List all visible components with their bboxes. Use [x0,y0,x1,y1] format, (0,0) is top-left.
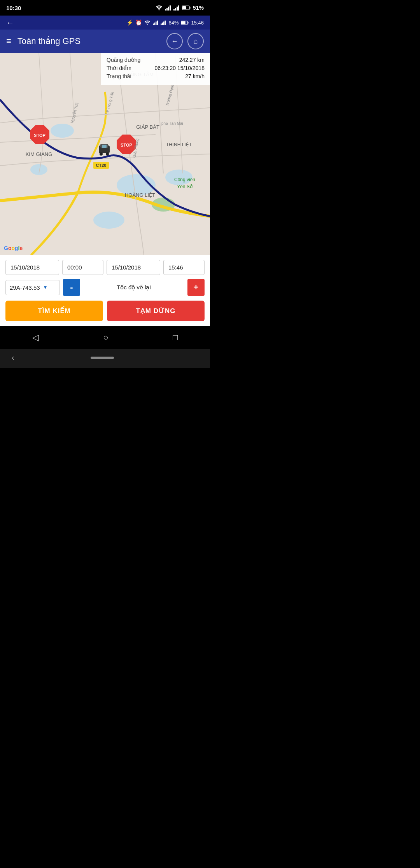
vehicle-id: 29A-743.53 [10,284,40,291]
svg-rect-7 [177,7,178,10]
app-header: ≡ Toàn thắng GPS ← ⌂ [0,30,210,53]
svg-rect-22 [188,22,189,24]
dropdown-arrow-icon: ▼ [43,285,48,290]
app-title: Toàn thắng GPS [18,36,166,46]
system-time: 10:30 [6,5,21,11]
svg-rect-5 [173,9,175,10]
time-value: 06:23:20 15/10/2018 [155,65,205,71]
bluetooth-icon: ⚡ [126,19,133,26]
home-nav-button[interactable]: ○ [103,332,108,343]
time-label: Thời điểm [107,65,131,71]
home-icon: ⌂ [194,37,198,46]
svg-rect-18 [162,23,163,25]
inner-status-bar: ← ⚡ ⏰ 64% 15:46 [0,16,210,30]
svg-point-38 [106,152,109,156]
svg-text:GIÁP BÁT: GIÁP BÁT [136,124,159,130]
gesture-back-icon[interactable]: ‹ [12,353,14,362]
wifi-icon [156,5,163,10]
svg-rect-14 [154,23,156,25]
back-icon: ← [171,37,178,46]
distance-label: Quãng đường [107,57,140,63]
recents-nav-button[interactable]: □ [173,332,178,343]
home-pill[interactable] [91,357,114,359]
svg-rect-17 [161,24,162,25]
battery-icon-inner [181,21,189,25]
svg-rect-10 [189,7,190,9]
svg-rect-2 [166,8,168,10]
pause-button[interactable]: TẠM DỪNG [107,301,205,321]
svg-rect-20 [165,21,166,25]
bottom-nav: ◁ ○ □ [0,326,210,349]
action-buttons: TÌM KIẾM TẠM DỪNG [5,301,205,321]
distance-row: Quãng đường 242.27 km [107,57,205,63]
svg-text:THỊNH LIỆT: THỊNH LIỆT [166,142,192,147]
svg-text:STOP: STOP [34,133,46,138]
svg-rect-23 [181,21,186,24]
speed-minus-button[interactable]: - [63,279,80,296]
svg-rect-39 [102,145,107,148]
start-date-field[interactable]: 15/10/2018 [5,260,59,275]
vehicle-select[interactable]: 29A-743.53 ▼ [5,280,60,295]
signal-icon-2 [173,5,180,10]
wifi-icon-inner [144,20,150,25]
signal-icon [165,5,171,10]
home-button[interactable]: ⌂ [187,33,204,49]
back-nav-button[interactable]: ◁ [32,332,39,343]
controls-area: 15/10/2018 00:00 15/10/2018 15:46 29A-74… [0,255,210,326]
end-date-field[interactable]: 15/10/2018 [107,260,160,275]
svg-text:CT20: CT20 [96,163,107,168]
svg-rect-3 [168,7,169,10]
datetime-row-start: 15/10/2018 00:00 15/10/2018 15:46 [5,260,205,275]
svg-text:STOP: STOP [121,143,132,147]
signal-inner-2 [161,20,166,25]
search-button[interactable]: TÌM KIẾM [5,301,103,321]
status-value: 27 km/h [185,73,205,79]
svg-point-29 [93,212,124,229]
svg-point-37 [100,152,103,156]
gesture-bar: ‹ [0,349,210,368]
system-status-bar: 10:30 51% [0,0,210,16]
status-row: Trạng thái 27 km/h [107,73,205,79]
back-arrow-inner[interactable]: ← [6,18,14,27]
svg-rect-4 [170,5,171,10]
battery-percent: 51% [193,5,204,11]
system-status-icons: 51% [156,5,204,11]
vehicle-speed-row: 29A-743.53 ▼ - Tốc độ vẽ lại + [5,279,205,296]
google-watermark: Google [4,245,23,251]
svg-text:HOÀNG LIỆT: HOÀNG LIỆT [125,192,155,198]
svg-rect-1 [165,9,166,10]
time-row: Thời điểm 06:23:20 15/10/2018 [107,65,205,71]
svg-rect-8 [178,5,179,10]
inner-time: 15:46 [191,20,204,26]
svg-rect-13 [153,24,154,25]
svg-point-25 [51,124,74,138]
svg-point-12 [147,24,148,25]
menu-icon[interactable]: ≡ [6,36,11,46]
svg-rect-6 [175,8,176,10]
svg-rect-16 [157,21,158,25]
svg-text:Yên Sở: Yên Sở [177,184,193,189]
signal-inner-1 [153,20,158,25]
svg-rect-11 [182,6,186,9]
svg-rect-15 [156,21,157,25]
svg-text:phố Tân Mai: phố Tân Mai [161,121,183,126]
speed-label: Tốc độ vẽ lại [83,284,184,291]
inner-icons: ⚡ ⏰ 64% 15:46 [126,19,204,26]
battery-icon [182,5,191,10]
distance-value: 242.27 km [179,57,205,63]
inner-battery-percent: 64% [168,20,178,26]
start-time-field[interactable]: 00:00 [62,260,103,275]
status-label: Trạng thái [107,73,131,79]
svg-rect-19 [163,21,164,25]
header-actions: ← ⌂ [166,33,204,49]
alarm-icon: ⏰ [135,19,142,26]
back-button[interactable]: ← [166,33,183,49]
svg-point-0 [158,9,159,10]
speed-plus-button[interactable]: + [187,279,205,296]
svg-text:KIM GIANG: KIM GIANG [26,151,52,157]
end-time-field[interactable]: 15:46 [163,260,205,275]
svg-text:Công viên: Công viên [174,177,195,182]
map-container[interactable]: STOP STOP CT20 ĐỒNG TÂM KIM GIANG GIÁP B… [0,53,210,255]
map-info-overlay: Quãng đường 242.27 km Thời điểm 06:23:20… [101,53,210,85]
